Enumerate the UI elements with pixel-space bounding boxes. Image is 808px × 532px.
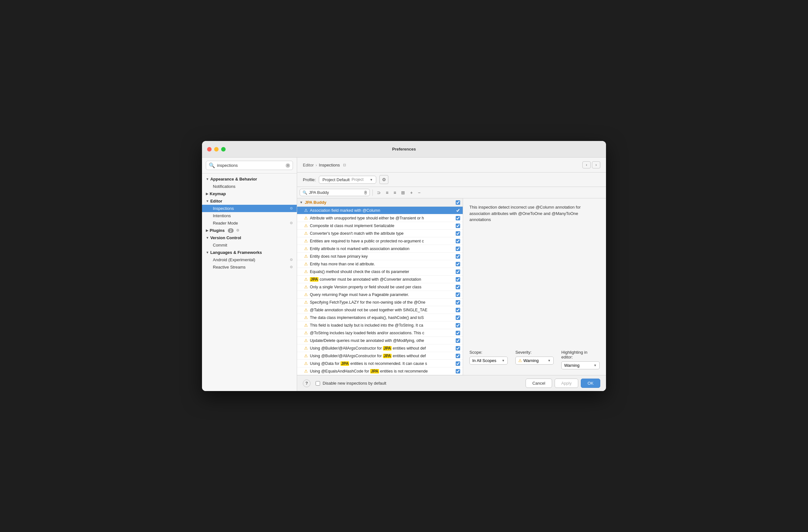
forward-button[interactable]: › (592, 162, 600, 168)
table-row[interactable]: ⚠ Converter's type doesn't match with th… (297, 230, 463, 237)
table-row[interactable]: ⚠ Association field marked with @Column (297, 207, 463, 214)
table-row[interactable]: ⚠ Using @Data for JPA entities is not re… (297, 360, 463, 367)
inspection-checkbox[interactable] (456, 231, 460, 236)
gear-button[interactable]: ⚙ (380, 175, 388, 184)
sidebar-item-appearance[interactable]: ▼ Appearance & Behavior (202, 175, 297, 183)
inspection-group-jpa-buddy[interactable]: ▼ JPA Buddy (297, 198, 463, 207)
sidebar-item-intentions[interactable]: Intentions (202, 212, 297, 220)
sidebar-item-reader-mode[interactable]: Reader Mode ⚙ (202, 220, 297, 227)
table-row[interactable]: ⚠ Specifying FetchType.LAZY for the non-… (297, 299, 463, 306)
inspection-name: Composite id class must implement Serial… (310, 224, 454, 228)
sidebar-item-notifications[interactable]: Notifications (202, 183, 297, 190)
maximize-button[interactable] (221, 147, 226, 152)
inspection-checkbox[interactable] (456, 316, 460, 320)
sidebar-item-commit[interactable]: Commit (202, 242, 297, 249)
inspection-checkbox[interactable] (456, 216, 460, 221)
group-button[interactable]: ⊞ (400, 189, 407, 196)
table-row[interactable]: ⚠ Entities are required to have a public… (297, 237, 463, 245)
inspection-checkbox[interactable] (456, 292, 460, 297)
disable-new-inspections-checkbox[interactable] (316, 381, 320, 386)
cancel-button[interactable]: Cancel (526, 379, 552, 388)
back-button[interactable]: ‹ (582, 162, 591, 168)
severity-group: Severity: ⚠ Warning ▼ (515, 350, 554, 364)
severity-value: Warning (524, 358, 546, 363)
table-row[interactable]: ⚠ Using @EqualsAndHashCode for JPA entit… (297, 367, 463, 375)
inspection-name: Query returning Page must have a Pageabl… (310, 292, 454, 297)
warning-icon: ⚠ (304, 346, 308, 350)
inspection-checkbox[interactable] (456, 346, 460, 350)
search-box: 🔍 ✕ (206, 161, 293, 170)
sidebar-item-version-control[interactable]: ▼ Version Control (202, 234, 297, 242)
sidebar-item-inspections[interactable]: Inspections ⚙ (202, 205, 297, 212)
inspection-checkbox[interactable] (456, 239, 460, 243)
inspection-checkbox[interactable] (456, 300, 460, 305)
inspection-checkbox[interactable] (456, 323, 460, 327)
inspection-name: Entity has more than one id attribute. (310, 262, 454, 266)
help-button[interactable]: ? (303, 380, 311, 387)
filter-button[interactable]: ⊃ (375, 189, 382, 196)
severity-select[interactable]: ⚠ Warning ▼ (515, 357, 554, 364)
footer-checkbox-label: Disable new inspections by default (323, 381, 386, 386)
inspection-checkbox[interactable] (456, 269, 460, 274)
inspection-checkbox[interactable] (456, 331, 460, 335)
profile-select[interactable]: Project Default Project ▼ (319, 176, 376, 184)
inspection-checkbox[interactable] (456, 308, 460, 312)
table-row[interactable]: ⚠ @ToString includes lazy loaded fields … (297, 329, 463, 337)
warning-icon: ⚠ (518, 358, 522, 363)
table-row[interactable]: ⚠ Entity does not have primary key (297, 253, 463, 260)
inspection-checkbox[interactable] (456, 338, 460, 343)
minimize-button[interactable] (214, 147, 219, 152)
highlighting-value: Warning (564, 363, 592, 368)
warning-icon: ⚠ (304, 231, 308, 236)
inspection-checkbox[interactable] (456, 262, 460, 266)
remove-button[interactable]: − (417, 189, 422, 196)
expand-all-button[interactable]: ≡ (384, 189, 390, 196)
footer-left: ? (303, 380, 311, 387)
inspection-checkbox[interactable] (456, 277, 460, 282)
table-row[interactable]: ⚠ Only a single Version property or fiel… (297, 283, 463, 291)
table-row[interactable]: ⚠ JPA converter must be annotated with @… (297, 276, 463, 283)
collapse-all-button[interactable]: ≡ (392, 189, 398, 196)
inspection-checkbox[interactable] (456, 354, 460, 358)
filter-search-input[interactable] (309, 190, 363, 195)
inspection-checkbox[interactable] (456, 285, 460, 289)
sidebar-item-keymap[interactable]: ▶ Keymap (202, 190, 297, 197)
search-input[interactable] (217, 163, 284, 168)
table-row[interactable]: ⚠ Entity has more than one id attribute. (297, 260, 463, 268)
table-row[interactable]: ⚠ Attribute with unsupported type should… (297, 214, 463, 222)
table-row[interactable]: ⚠ Entity attribute is not marked with as… (297, 245, 463, 253)
sidebar-item-editor[interactable]: ▼ Editor (202, 197, 297, 205)
filter-clear-icon[interactable]: ✕ (364, 190, 367, 195)
table-row[interactable]: ⚠ @Table annotation should not be used t… (297, 306, 463, 314)
table-row[interactable]: ⚠ Composite id class must implement Seri… (297, 222, 463, 230)
chevron-icon: ▼ (206, 251, 209, 254)
inspection-checkbox[interactable] (456, 254, 460, 259)
table-row[interactable]: ⚠ Query returning Page must have a Pagea… (297, 291, 463, 299)
table-row[interactable]: ⚠ Using @Builder/@AllArgsConstructor for… (297, 352, 463, 360)
table-row[interactable]: ⚠ Update/Delete queries must be annotate… (297, 337, 463, 344)
sidebar-item-reactive-streams[interactable]: Reactive Streams ⚙ (202, 263, 297, 271)
inspection-checkbox[interactable] (456, 247, 460, 251)
table-row[interactable]: ⚠ This field is loaded lazily but is inc… (297, 322, 463, 329)
ok-button[interactable]: OK (581, 379, 600, 388)
jpa-tag: JPA (383, 354, 391, 358)
apply-button[interactable]: Apply (555, 379, 579, 388)
inspection-checkbox[interactable] (456, 224, 460, 228)
table-row[interactable]: ⚠ Equals() method should check the class… (297, 268, 463, 276)
add-button[interactable]: + (408, 189, 414, 196)
preferences-window: Preferences 🔍 ✕ ▼ Appearance & Behavior … (202, 141, 606, 391)
highlighting-select[interactable]: Warning ▼ (561, 361, 600, 369)
sidebar-item-plugins[interactable]: ▶ Plugins 2 ⚙ (202, 227, 297, 234)
breadcrumb-current: Inspections (319, 163, 340, 168)
scope-select[interactable]: In All Scopes ▼ (470, 357, 508, 364)
sidebar-item-android[interactable]: Android (Experimental) ⚙ (202, 256, 297, 263)
inspection-checkbox[interactable] (456, 369, 460, 374)
inspection-checkbox[interactable] (456, 208, 460, 213)
table-row[interactable]: ⚠ Using @Builder/@AllArgsConstructor for… (297, 344, 463, 352)
group-checkbox[interactable] (456, 200, 460, 205)
sidebar-item-languages[interactable]: ▼ Languages & Frameworks (202, 249, 297, 256)
inspection-checkbox[interactable] (456, 361, 460, 366)
search-clear-icon[interactable]: ✕ (286, 163, 290, 168)
close-button[interactable] (207, 147, 212, 152)
table-row[interactable]: ⚠ The data class implementations of equa… (297, 314, 463, 322)
